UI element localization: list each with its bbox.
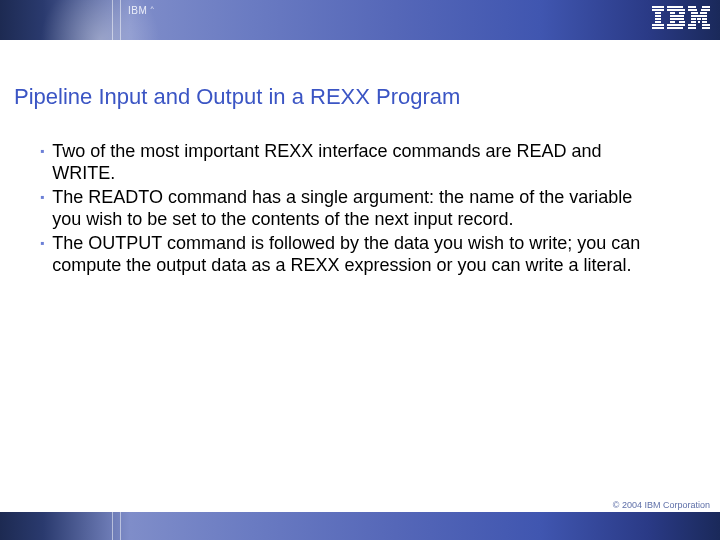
svg-rect-33 bbox=[688, 27, 696, 29]
svg-rect-30 bbox=[702, 21, 707, 23]
svg-rect-34 bbox=[702, 27, 710, 29]
footer-divider bbox=[112, 512, 113, 540]
svg-rect-15 bbox=[679, 21, 685, 23]
svg-rect-31 bbox=[688, 24, 696, 26]
svg-rect-32 bbox=[702, 24, 710, 26]
svg-rect-0 bbox=[652, 6, 664, 8]
svg-rect-11 bbox=[679, 12, 685, 14]
header-divider bbox=[120, 0, 121, 40]
svg-rect-14 bbox=[670, 21, 675, 23]
svg-rect-21 bbox=[701, 9, 710, 11]
svg-rect-4 bbox=[655, 18, 661, 20]
brand-caret: ^ bbox=[151, 5, 155, 12]
svg-rect-18 bbox=[688, 6, 696, 8]
header-brand-label: IBM ^ bbox=[128, 5, 154, 16]
svg-rect-12 bbox=[670, 15, 684, 17]
svg-rect-19 bbox=[702, 6, 710, 8]
brand-text: IBM bbox=[128, 5, 147, 16]
svg-rect-29 bbox=[698, 21, 700, 23]
svg-rect-23 bbox=[700, 12, 707, 14]
header-bar: IBM ^ bbox=[0, 0, 720, 40]
svg-rect-24 bbox=[691, 15, 707, 17]
svg-rect-16 bbox=[667, 24, 685, 26]
footer-divider bbox=[120, 512, 121, 540]
bullet-text: The READTO command has a single argument… bbox=[52, 186, 660, 230]
ibm-logo-icon bbox=[652, 6, 710, 34]
bullet-icon: ▪ bbox=[40, 140, 44, 162]
svg-rect-22 bbox=[691, 12, 698, 14]
svg-rect-17 bbox=[667, 27, 683, 29]
list-item: ▪ The READTO command has a single argume… bbox=[40, 186, 660, 230]
header-divider bbox=[112, 0, 113, 40]
slide: IBM ^ bbox=[0, 0, 720, 540]
svg-rect-7 bbox=[652, 27, 664, 29]
svg-rect-25 bbox=[691, 18, 696, 20]
svg-rect-9 bbox=[667, 9, 685, 11]
bullet-text: The OUTPUT command is followed by the da… bbox=[52, 232, 660, 276]
svg-rect-6 bbox=[652, 24, 664, 26]
slide-body: ▪ Two of the most important REXX interfa… bbox=[40, 140, 660, 278]
list-item: ▪ The OUTPUT command is followed by the … bbox=[40, 232, 660, 276]
bullet-icon: ▪ bbox=[40, 186, 44, 208]
svg-rect-8 bbox=[667, 6, 683, 8]
svg-rect-10 bbox=[670, 12, 675, 14]
svg-rect-3 bbox=[655, 15, 661, 17]
bullet-text: Two of the most important REXX interface… bbox=[52, 140, 660, 184]
svg-rect-28 bbox=[691, 21, 696, 23]
svg-rect-13 bbox=[670, 18, 684, 20]
footer-bar bbox=[0, 512, 720, 540]
list-item: ▪ Two of the most important REXX interfa… bbox=[40, 140, 660, 184]
copyright-text: © 2004 IBM Corporation bbox=[613, 500, 710, 510]
slide-title: Pipeline Input and Output in a REXX Prog… bbox=[14, 84, 460, 110]
svg-rect-1 bbox=[652, 9, 664, 11]
svg-rect-2 bbox=[655, 12, 661, 14]
svg-rect-20 bbox=[688, 9, 697, 11]
svg-rect-26 bbox=[697, 18, 701, 20]
svg-rect-27 bbox=[702, 18, 707, 20]
svg-rect-5 bbox=[655, 21, 661, 23]
bullet-icon: ▪ bbox=[40, 232, 44, 254]
